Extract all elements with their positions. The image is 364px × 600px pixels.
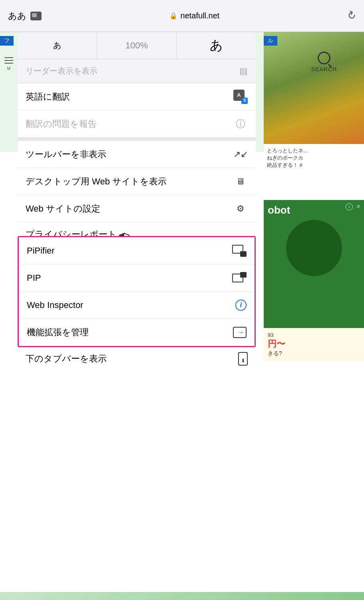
- bg-ad-title: obot: [268, 204, 290, 216]
- warning-icon: ⓘ: [233, 118, 248, 130]
- report-translation-label: 翻訳の問題を報告: [26, 118, 233, 130]
- bg-ad-robot-body: [286, 220, 342, 276]
- info-icon: i: [235, 300, 247, 311]
- bg-question: きる?: [268, 350, 360, 357]
- gear-icon: ⚙: [233, 204, 248, 214]
- search-button[interactable]: SEARCH: [284, 38, 364, 86]
- desktop-site-label: デスクトップ用 Web サイトを表示: [26, 176, 233, 188]
- bg-yen-text: 円〜: [268, 338, 360, 350]
- translate-overlay-icon: 文: [241, 98, 248, 104]
- large-a-label: あ: [210, 37, 223, 54]
- website-settings-label: Web サイトの設定: [26, 203, 233, 215]
- show-tab-bar-label: 下のタブバーを表示: [26, 353, 238, 365]
- pip-label: PIP: [27, 273, 232, 283]
- pip-icon: [232, 272, 247, 284]
- dropdown-menu-overlay: あ 100% あ リーダー表示を表示 ▤ 英語に翻訳 A 文 翻訳の問題を報告 …: [0, 0, 264, 600]
- pipifier-menu-item[interactable]: PiPifier: [19, 237, 255, 264]
- bg-ad-close-icon: ✕: [356, 203, 361, 210]
- manage-extensions-menu-item[interactable]: 機能拡張を管理 →: [19, 319, 255, 346]
- translate-icon: A 文: [233, 90, 248, 104]
- bg-ad-info-icon: i: [346, 203, 353, 210]
- translate-menu-item[interactable]: 英語に翻訳 A 文: [18, 83, 256, 110]
- font-percent-button[interactable]: 100%: [97, 32, 177, 59]
- pipifier-icon: [232, 245, 247, 257]
- bg-price-text: 93: [268, 332, 360, 338]
- search-icon: [318, 52, 330, 64]
- tab-bar-icon: ⬇: [238, 352, 248, 366]
- pipifier-label: PiPifier: [27, 246, 232, 256]
- search-label: SEARCH: [311, 66, 337, 72]
- section-separator-1: [18, 138, 256, 141]
- bg-food-subtitle: ねぎのポークカ: [267, 154, 361, 162]
- font-decrease-button[interactable]: あ: [18, 32, 97, 59]
- hide-toolbar-menu-item[interactable]: ツールバーを非表示 ↗↙: [18, 141, 256, 168]
- bg-food-text: とろっとしたネ... ねぎのポークカ 絶品すぎる！ #: [264, 144, 364, 172]
- translate-label: 英語に翻訳: [26, 91, 233, 103]
- bg-price-area: 93 円〜 きる?: [264, 328, 364, 361]
- desktop-site-menu-item[interactable]: デスクトップ用 Web サイトを表示 🖥: [18, 168, 256, 195]
- font-percent-label: 100%: [125, 40, 148, 51]
- bg-tag-right: ル: [264, 36, 277, 46]
- small-a-label: あ: [53, 40, 61, 51]
- bg-food-text3: 絶品すぎる！ #: [267, 162, 361, 169]
- reader-view-row[interactable]: リーダー表示を表示 ▤: [18, 59, 256, 83]
- extensions-section: PiPifier PIP Web Inspector i 機能拡張を管理 →: [18, 236, 256, 347]
- resize-icon: ↗↙: [233, 149, 248, 160]
- reader-view-icon: ▤: [239, 66, 248, 76]
- hide-toolbar-label: ツールバーを非表示: [26, 148, 233, 160]
- manage-extensions-icon: →: [233, 327, 247, 338]
- bg-food-title: とろっとしたネ...: [267, 147, 361, 154]
- dropdown-main-section: 英語に翻訳 A 文 翻訳の問題を報告 ⓘ ツールバーを非表示 ↗↙ デスクトップ…: [18, 83, 256, 255]
- web-inspector-label: Web Inspector: [27, 300, 235, 310]
- bg-ad-banner: i ✕ obot: [264, 200, 364, 328]
- manage-extensions-label: 機能拡張を管理: [27, 326, 233, 338]
- font-control-bar: あ 100% あ: [18, 32, 256, 59]
- web-inspector-menu-item[interactable]: Web Inspector i: [19, 292, 255, 319]
- reader-view-label: リーダー表示を表示: [26, 66, 239, 76]
- website-settings-menu-item[interactable]: Web サイトの設定 ⚙: [18, 195, 256, 222]
- reload-button[interactable]: ↻: [345, 8, 359, 24]
- show-tab-bar-menu-item[interactable]: 下のタブバーを表示 ⬇: [18, 345, 256, 372]
- pip-menu-item[interactable]: PIP: [19, 264, 255, 292]
- font-increase-button[interactable]: あ: [177, 32, 256, 59]
- report-translation-menu-item[interactable]: 翻訳の問題を報告 ⓘ: [18, 110, 256, 138]
- desktop-icon: 🖥: [233, 176, 248, 187]
